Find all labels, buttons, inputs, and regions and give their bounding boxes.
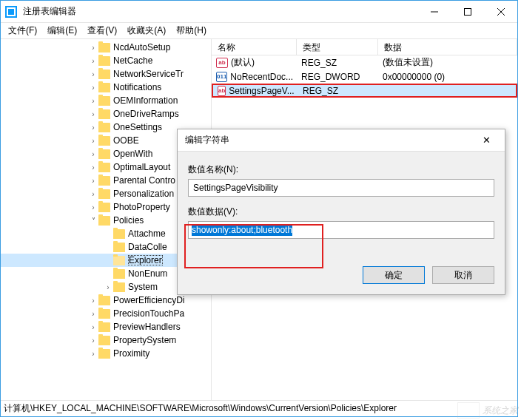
chevron-right-icon[interactable]: › (88, 310, 98, 318)
tree-item[interactable]: ›PreviewHandlers (1, 320, 211, 333)
value-name: SettingsPageV... (229, 86, 294, 96)
menu-favorites[interactable]: 收藏夹(A) (123, 23, 170, 38)
tree-item-label: PhotoProperty (113, 202, 170, 212)
chevron-right-icon[interactable]: › (88, 190, 98, 198)
string-value-icon: ab (216, 58, 228, 68)
value-name: NoRecentDoc... (230, 72, 293, 82)
tree-item-label: OneDriveRamps (113, 109, 179, 119)
value-data-text: showonly:about;bluetooth (192, 224, 292, 236)
folder-icon (98, 123, 110, 132)
folder-icon (98, 349, 110, 359)
chevron-right-icon[interactable]: › (88, 350, 98, 358)
tree-item[interactable]: ›PrecisionTouchPa (1, 307, 211, 320)
cell-type: REG_SZ (298, 86, 380, 96)
maximize-button[interactable] (451, 1, 484, 22)
tree-item-label: NetCache (113, 55, 152, 66)
tree-item-label: PropertySystem (113, 335, 176, 345)
tree-item-label: Proximity (113, 348, 149, 359)
chevron-right-icon[interactable]: › (88, 177, 98, 185)
statusbar: 计算机\HKEY_LOCAL_MACHINE\SOFTWARE\Microsof… (1, 400, 517, 416)
tree-item-label: Attachme (128, 228, 166, 239)
dialog-close-button[interactable]: ✕ (475, 135, 497, 146)
chevron-right-icon[interactable]: › (88, 297, 98, 305)
edit-string-dialog: 编辑字符串 ✕ 数值名称(N): 数值数据(V): showonly:about… (177, 129, 505, 295)
tree-item-label: OneSettings (113, 122, 162, 132)
folder-icon (98, 189, 110, 199)
header-data[interactable]: 数据 (378, 39, 517, 55)
list-row[interactable]: 011NoRecentDoc...REG_DWORD0x00000000 (0) (212, 70, 517, 84)
cancel-button[interactable]: 取消 (432, 266, 494, 284)
folder-icon (98, 296, 110, 305)
tree-item-label: PowerEfficiencyDi (113, 295, 184, 305)
folder-icon (98, 336, 110, 345)
window-controls (417, 1, 517, 22)
cell-data: (数值未设置) (378, 56, 517, 69)
tree-item-label: OEMInformation (113, 95, 178, 106)
tree-item-label: Policies (113, 215, 144, 226)
chevron-right-icon[interactable]: › (88, 84, 98, 92)
chevron-right-icon[interactable]: › (88, 70, 98, 78)
tree-item-label: NetworkServiceTr (113, 69, 184, 79)
chevron-right-icon[interactable]: › (88, 137, 98, 145)
tree-item-label: OOBE (113, 135, 139, 146)
close-button[interactable] (484, 1, 517, 22)
folder-icon (98, 203, 110, 212)
list-row[interactable]: ab(默认)REG_SZ(数值未设置) (212, 55, 517, 70)
regedit-icon (5, 6, 17, 18)
chevron-right-icon[interactable]: › (88, 163, 98, 172)
chevron-down-icon[interactable]: ˅ (88, 217, 98, 225)
chevron-right-icon[interactable]: › (103, 283, 113, 291)
tree-item[interactable]: ›NcdAutoSetup (1, 41, 211, 54)
value-name-label: 数值名称(N): (188, 163, 494, 176)
chevron-right-icon[interactable]: › (88, 336, 98, 345)
chevron-right-icon[interactable]: › (88, 150, 98, 158)
folder-icon (98, 96, 110, 106)
folder-icon (98, 176, 110, 186)
minimize-button[interactable] (417, 1, 451, 22)
folder-icon (98, 70, 110, 79)
folder-icon (98, 216, 110, 226)
value-data-label: 数值数据(V): (188, 206, 494, 218)
list-header: 名称 类型 数据 (212, 39, 517, 55)
menu-help[interactable]: 帮助(H) (172, 23, 211, 38)
cell-type: REG_SZ (297, 58, 378, 68)
tree-item[interactable]: ›OneDriveRamps (1, 107, 211, 121)
tree-item[interactable]: ›NetCache (1, 54, 211, 67)
folder-icon (98, 149, 110, 159)
tree-item[interactable]: ›OEMInformation (1, 94, 211, 107)
tree-item-label: Parental Contro (113, 175, 175, 186)
chevron-right-icon[interactable]: › (88, 323, 98, 331)
list-row[interactable]: abSettingsPageV...REG_SZ (212, 84, 517, 98)
cell-name: abSettingsPageV... (213, 86, 298, 96)
folder-icon (113, 269, 125, 279)
header-name[interactable]: 名称 (212, 39, 297, 55)
menu-file[interactable]: 文件(F) (4, 23, 41, 38)
folder-icon (113, 229, 125, 239)
status-path: 计算机\HKEY_LOCAL_MACHINE\SOFTWARE\Microsof… (4, 402, 397, 415)
tree-item[interactable]: ›PropertySystem (1, 333, 211, 347)
ok-button[interactable]: 确定 (363, 266, 425, 284)
value-data-input[interactable]: showonly:about;bluetooth (188, 221, 494, 239)
chevron-right-icon[interactable]: › (88, 57, 98, 65)
folder-icon (98, 136, 110, 146)
tree-item-label: OptimalLayout (113, 162, 170, 172)
folder-icon (98, 83, 110, 92)
chevron-right-icon[interactable]: › (88, 123, 98, 132)
menu-edit[interactable]: 编辑(E) (43, 23, 81, 38)
tree-item-label: Explorer (128, 255, 163, 265)
value-name-input[interactable] (188, 179, 494, 197)
chevron-right-icon[interactable]: › (88, 110, 98, 118)
chevron-right-icon[interactable]: › (88, 97, 98, 105)
tree-item[interactable]: ›NetworkServiceTr (1, 67, 211, 81)
tree-item[interactable]: ›Proximity (1, 347, 211, 360)
header-type[interactable]: 类型 (297, 39, 378, 55)
dialog-titlebar: 编辑字符串 ✕ (178, 129, 505, 152)
cell-name: 011NoRecentDoc... (212, 72, 297, 82)
tree-item[interactable]: ›PowerEfficiencyDi (1, 294, 211, 307)
folder-icon (98, 309, 110, 319)
chevron-right-icon[interactable]: › (88, 44, 98, 52)
folder-icon (113, 282, 125, 292)
tree-item[interactable]: ›Notifications (1, 81, 211, 94)
menu-view[interactable]: 查看(V) (83, 23, 121, 38)
chevron-right-icon[interactable]: › (88, 203, 98, 211)
